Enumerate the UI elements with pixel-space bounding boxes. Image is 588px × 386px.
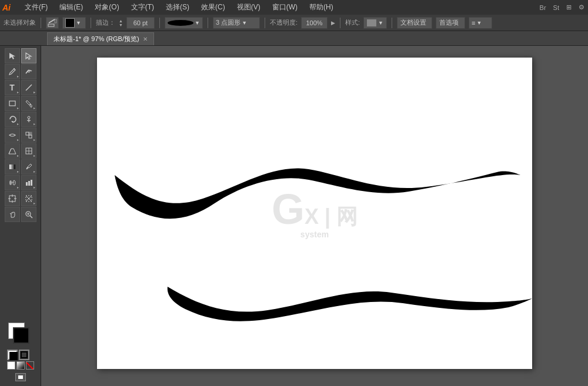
options-toolbar: 未选择对象 ▼ 描边： ▲ ▼ 60 pt ▼ 3 点圆形 ▼ 不透明度: 10… <box>0 15 588 31</box>
foreground-color-swatch[interactable] <box>13 327 29 344</box>
sep3 <box>159 18 160 28</box>
menu-file[interactable]: 文件(F) <box>22 1 50 14</box>
screen-mode-row <box>15 373 26 381</box>
svg-rect-22 <box>31 180 32 186</box>
svg-line-13 <box>9 149 11 154</box>
opacity-input[interactable]: 100% <box>301 17 328 29</box>
stroke-down-arrow[interactable]: ▼ <box>119 23 123 27</box>
curvature-tool[interactable] <box>21 64 36 79</box>
shapebuilder-tool[interactable]: ▸ <box>21 127 36 143</box>
stroke-icon[interactable] <box>19 350 29 360</box>
pen-tool[interactable]: ▸ <box>5 64 20 79</box>
line-tool[interactable]: ▸ ▸ <box>21 80 36 95</box>
type-tool[interactable]: T ▸ <box>5 80 20 95</box>
direct-select-tool[interactable] <box>21 48 36 63</box>
document-tab[interactable]: 未标题-1* @ 97% (RGB/预览) ✕ <box>47 32 154 45</box>
brush-shape-dropdown[interactable]: ▼ <box>165 17 203 29</box>
sep1 <box>41 18 41 28</box>
column-graph-tool[interactable]: ▸ <box>21 175 36 190</box>
blend-tool[interactable]: ▸ <box>5 175 20 190</box>
sep5 <box>265 18 265 28</box>
svg-rect-10 <box>26 132 29 135</box>
stroke-label: 描边： <box>96 18 115 27</box>
sep2 <box>91 18 91 28</box>
stroke-up-arrow[interactable]: ▲ <box>119 19 123 23</box>
opacity-arrow[interactable]: ▶ <box>331 20 335 26</box>
svg-rect-20 <box>26 182 28 186</box>
tool-row-2: ▸ <box>5 64 36 79</box>
doc-settings-button[interactable]: 文档设置 <box>397 17 432 29</box>
solid-fill-icon[interactable] <box>7 361 15 370</box>
rect-tool[interactable]: ▸ <box>5 96 20 111</box>
extra-options-dropdown[interactable]: ≡ ▼ <box>469 17 492 29</box>
tool-row-10: ▸ <box>5 191 36 206</box>
svg-rect-17 <box>9 165 15 169</box>
tool-row-4: ▸ ▸ <box>5 96 36 111</box>
tool-row-6: ▸ ▸ <box>5 127 36 143</box>
tool-row-3: T ▸ ▸ ▸ <box>5 80 36 95</box>
stock-icon[interactable]: St <box>552 3 560 12</box>
menu-help[interactable]: 帮助(H) <box>307 1 336 14</box>
svg-rect-11 <box>29 135 32 138</box>
stroke-size-input[interactable]: 60 pt <box>126 17 155 29</box>
title-right-icons: Br St ⊞ ⚙ <box>539 2 586 12</box>
svg-point-7 <box>28 116 30 119</box>
svg-rect-6 <box>9 101 15 106</box>
sep6 <box>340 18 340 28</box>
sync-icon[interactable]: ⚙ <box>577 2 586 12</box>
eyedropper-tool[interactable]: ▸ <box>21 159 36 174</box>
perspective-tool[interactable]: ▸ <box>5 143 20 159</box>
select-tool[interactable] <box>5 48 20 63</box>
svg-rect-2 <box>55 19 56 23</box>
paintbucket-tool[interactable]: ▸ <box>21 96 36 111</box>
artboard-tool[interactable] <box>5 191 20 206</box>
tab-label: 未标题-1* @ 97% (RGB/预览) <box>54 35 139 43</box>
puppet-warp-tool[interactable]: ▸ <box>21 112 36 127</box>
menu-select[interactable]: 选择(S) <box>163 1 192 14</box>
title-bar: Ai 文件(F) 编辑(E) 对象(O) 文字(T) 选择(S) 效果(C) 视… <box>0 0 588 15</box>
menu-effect[interactable]: 效果(C) <box>199 1 228 14</box>
no-selection-label: 未选择对象 <box>4 18 36 27</box>
tab-close-icon[interactable]: ✕ <box>143 36 148 42</box>
stroke-none-area <box>7 350 34 370</box>
menu-window[interactable]: 窗口(W) <box>270 1 300 14</box>
gradient-tool[interactable]: ▸ <box>5 159 20 174</box>
tool-row-9: ▸ ▸ <box>5 175 36 190</box>
menu-view[interactable]: 视图(V) <box>235 1 263 14</box>
screen-mode-btn[interactable] <box>15 373 26 381</box>
svg-point-18 <box>9 180 12 185</box>
style-dropdown[interactable]: ▼ <box>363 17 387 29</box>
width-tool[interactable]: ▸ <box>5 127 20 143</box>
hand-tool[interactable] <box>5 207 20 222</box>
tool-row-11 <box>5 207 36 222</box>
opacity-label: 不透明度: <box>270 18 298 27</box>
main-area: ▸ T ▸ ▸ ▸ ▸ ▸ <box>0 46 588 386</box>
bridge-icon[interactable]: Br <box>539 3 547 12</box>
color-area <box>5 320 36 384</box>
gradient-fill-icon[interactable] <box>16 361 25 370</box>
tool-row-7: ▸ ▸ <box>5 143 36 159</box>
brush-label: 3 点圆形 <box>216 18 240 27</box>
fill-options <box>7 361 34 370</box>
menu-edit[interactable]: 编辑(E) <box>57 1 85 14</box>
style-label: 样式: <box>345 18 360 27</box>
grid-icon[interactable]: ⊞ <box>565 2 573 12</box>
tool-row-5: ▸ ▸ <box>5 112 36 127</box>
zoom-tool[interactable] <box>21 207 36 222</box>
no-fill-icon[interactable] <box>26 361 34 370</box>
svg-rect-12 <box>29 132 32 135</box>
brush-style-dropdown[interactable]: 3 点圆形 ▼ <box>213 17 260 29</box>
fill-color-dropdown[interactable]: ▼ <box>62 17 86 29</box>
tab-bar: 未标题-1* @ 97% (RGB/预览) ✕ <box>0 31 588 46</box>
rotate-tool[interactable]: ▸ <box>5 112 20 127</box>
color-swatches <box>8 323 33 347</box>
fill-icon[interactable] <box>7 350 18 360</box>
menu-object[interactable]: 对象(O) <box>92 1 121 14</box>
slice-tool[interactable]: ▸ <box>21 191 36 206</box>
sep7 <box>392 18 392 28</box>
stroke-color-btn[interactable] <box>46 17 59 29</box>
menu-type[interactable]: 文字(T) <box>129 1 156 14</box>
canvas-area[interactable]: GX | 网 system <box>41 46 588 386</box>
preferences-button[interactable]: 首选项 <box>436 17 465 29</box>
mesh-tool[interactable]: ▸ <box>21 143 36 159</box>
